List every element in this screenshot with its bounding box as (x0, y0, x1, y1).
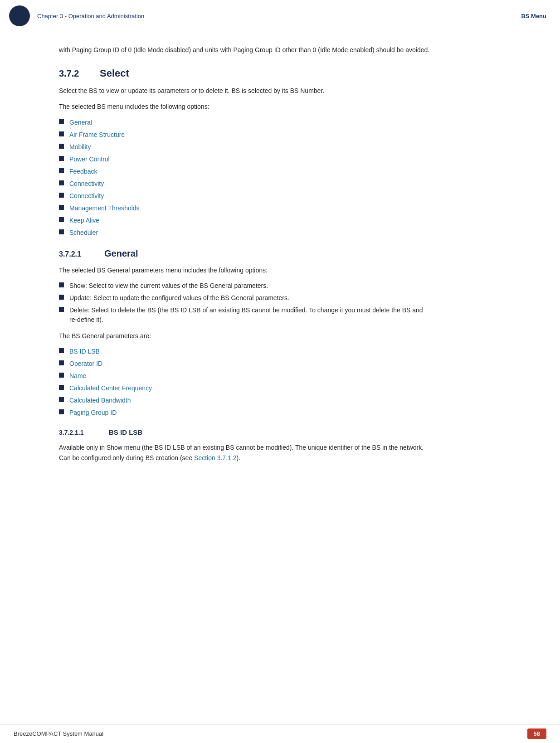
bullet-icon (59, 168, 64, 173)
link-connectivity-2[interactable]: Connectivity (69, 191, 104, 201)
link-feedback[interactable]: Feedback (69, 167, 97, 176)
chapter-icon (9, 5, 30, 26)
section-3721-para1: The selected BS General parameters menu … (59, 265, 431, 276)
section-3721-params: BS ID LSB Operator ID Name Calculated Ce… (59, 347, 533, 418)
bullet-icon (59, 205, 64, 210)
bullet-icon (59, 144, 64, 149)
list-item: Keep Alive (59, 216, 431, 225)
list-item: Air Frame Structure (59, 130, 431, 140)
list-item: Operator ID (59, 359, 431, 369)
link-mgmt-thresholds[interactable]: Management Thresholds (69, 204, 140, 213)
section-3721: 3.7.2.1 General The selected BS General … (59, 248, 533, 418)
list-item: Connectivity (59, 191, 431, 201)
list-item: Calculated Center Frequency (59, 384, 431, 393)
section-372-para1: Select the BS to view or update its para… (59, 86, 431, 96)
list-item: Update: Select to update the configured … (59, 293, 431, 303)
list-item: BS ID LSB (59, 347, 431, 356)
footer-page-number: 58 (527, 728, 546, 739)
list-item: Name (59, 371, 431, 381)
link-calc-center-freq[interactable]: Calculated Center Frequency (69, 384, 152, 393)
section-37211-heading: 3.7.2.1.1 BS ID LSB (59, 428, 533, 436)
section-372-num: 3.7.2 (59, 68, 100, 79)
main-content: with Paging Group ID of 0 (Idle Mode dis… (0, 32, 560, 501)
link-scheduler[interactable]: Scheduler (69, 228, 98, 238)
section-372-para2: The selected BS menu includes the follow… (59, 102, 431, 112)
list-item: Power Control (59, 155, 431, 164)
intro-paragraph: with Paging Group ID of 0 (Idle Mode dis… (59, 45, 431, 55)
section-37211-num: 3.7.2.1.1 (59, 429, 109, 436)
link-power-control[interactable]: Power Control (69, 155, 110, 164)
bullet-icon (59, 229, 64, 234)
link-paging-group-id[interactable]: Paging Group ID (69, 408, 117, 418)
list-item: Show: Select to view the current values … (59, 281, 431, 291)
bullet-icon (59, 385, 64, 390)
link-section-37112[interactable]: Section 3.7.1.2 (194, 454, 236, 461)
section-3721-para2: The BS General parameters are: (59, 331, 431, 341)
option-show: Show: Select to view the current values … (69, 281, 268, 291)
chapter-title: Chapter 3 - Operation and Administration (37, 13, 144, 19)
page-header: Chapter 3 - Operation and Administration… (0, 0, 560, 32)
section-372-title: Select (100, 68, 129, 79)
list-item: Feedback (59, 167, 431, 176)
bullet-icon (59, 409, 64, 414)
option-update: Update: Select to update the configured … (69, 293, 289, 303)
bullet-icon (59, 282, 64, 287)
bullet-icon (59, 373, 64, 378)
link-name[interactable]: Name (69, 371, 86, 381)
list-item: Management Thresholds (59, 204, 431, 213)
bullet-icon (59, 193, 64, 198)
link-calc-bandwidth[interactable]: Calculated Bandwidth (69, 396, 131, 405)
bullet-icon (59, 307, 64, 312)
list-item: Calculated Bandwidth (59, 396, 431, 405)
list-item: Mobility (59, 142, 431, 152)
section-37211: 3.7.2.1.1 BS ID LSB Available only in Sh… (59, 428, 533, 463)
link-operator-id[interactable]: Operator ID (69, 359, 102, 369)
page-footer: BreezeCOMPACT System Manual 58 (0, 724, 560, 743)
list-item: Connectivity (59, 179, 431, 189)
option-delete: Delete: Select to delete the BS (the BS … (69, 306, 431, 325)
section-3721-num: 3.7.2.1 (59, 250, 104, 258)
section-37211-para: Available only in Show menu (the BS ID L… (59, 442, 431, 463)
footer-brand: BreezeCOMPACT System Manual (14, 730, 103, 737)
para-text-start: Available only in Show menu (the BS ID L… (59, 444, 424, 461)
link-mobility[interactable]: Mobility (69, 142, 91, 152)
section-3721-title: General (104, 248, 138, 259)
link-keep-alive[interactable]: Keep Alive (69, 216, 99, 225)
section-372: 3.7.2 Select Select the BS to view or up… (59, 68, 533, 237)
section-37211-title: BS ID LSB (109, 428, 142, 436)
bullet-icon (59, 180, 64, 185)
bullet-icon (59, 397, 64, 402)
section-3721-heading: 3.7.2.1 General (59, 248, 533, 259)
section-372-list: General Air Frame Structure Mobility Pow… (59, 118, 533, 238)
list-item: General (59, 118, 431, 127)
section-3721-options: Show: Select to view the current values … (59, 281, 533, 325)
link-connectivity-1[interactable]: Connectivity (69, 179, 104, 189)
link-general[interactable]: General (69, 118, 92, 127)
list-item: Delete: Select to delete the BS (the BS … (59, 306, 431, 325)
section-label: BS Menu (521, 13, 546, 19)
bullet-icon (59, 119, 64, 124)
link-bs-id-lsb[interactable]: BS ID LSB (69, 347, 100, 356)
bullet-icon (59, 131, 64, 136)
link-airframe[interactable]: Air Frame Structure (69, 130, 125, 140)
bullet-icon (59, 348, 64, 353)
para-text-end: ). (236, 454, 240, 461)
bullet-icon (59, 217, 64, 222)
bullet-icon (59, 295, 64, 300)
bullet-icon (59, 360, 64, 365)
bullet-icon (59, 156, 64, 161)
section-372-heading: 3.7.2 Select (59, 68, 533, 79)
list-item: Paging Group ID (59, 408, 431, 418)
list-item: Scheduler (59, 228, 431, 238)
